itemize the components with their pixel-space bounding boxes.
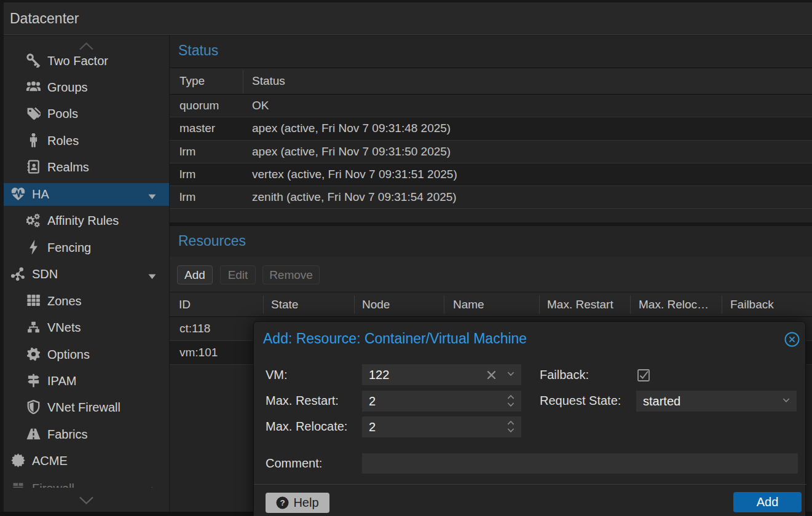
svg-text:?: ?	[280, 498, 285, 507]
